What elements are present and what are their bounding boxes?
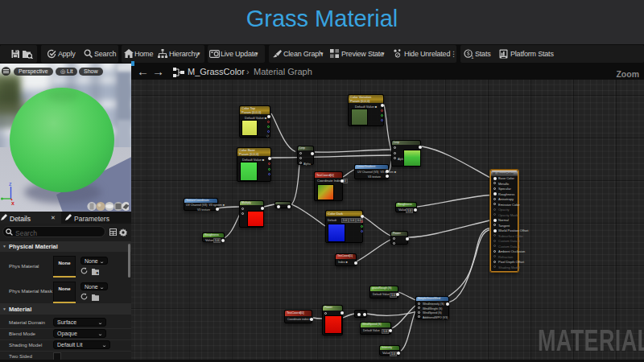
- svg-text:x: x: [11, 200, 14, 206]
- svg-text:●: ●: [96, 270, 99, 275]
- svg-text:z: z: [9, 181, 12, 187]
- svg-text:1: 1: [471, 55, 473, 59]
